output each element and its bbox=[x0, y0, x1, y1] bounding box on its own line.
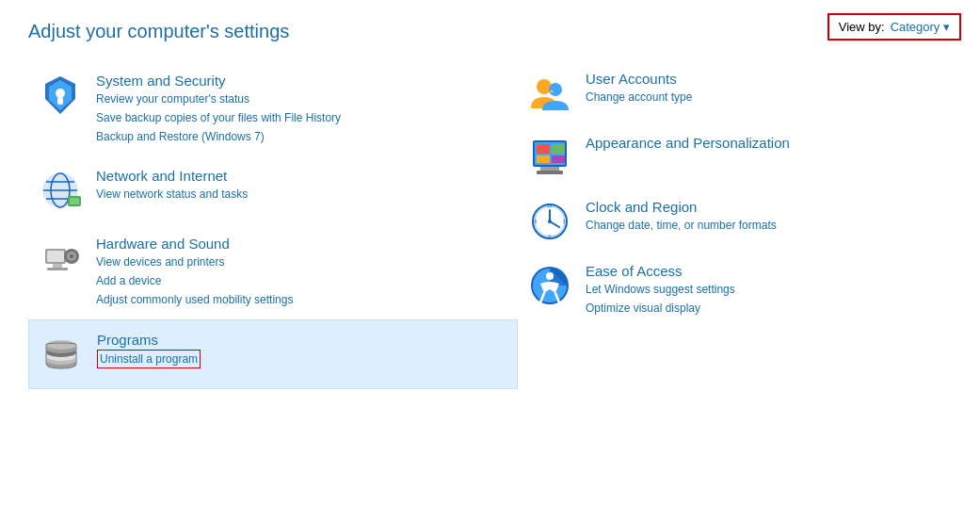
network-internet-title[interactable]: Network and Internet bbox=[96, 168, 248, 184]
network-internet-text-area: Network and InternetView network status … bbox=[96, 168, 248, 203]
svg-rect-10 bbox=[70, 198, 79, 204]
main-content: System and SecurityReview your computer'… bbox=[0, 52, 980, 399]
programs-text-area: ProgramsUninstall a program bbox=[97, 332, 201, 368]
ease-of-access-link-0[interactable]: Let Windows suggest settings bbox=[586, 281, 735, 298]
appearance-text-area: Appearance and Personalization bbox=[586, 135, 790, 151]
svg-point-23 bbox=[46, 340, 76, 350]
svg-text:6: 6 bbox=[549, 234, 552, 239]
appearance-title[interactable]: Appearance and Personalization bbox=[586, 135, 790, 151]
view-by-box: View by: Category ▾ bbox=[827, 13, 961, 41]
svg-rect-32 bbox=[552, 155, 565, 163]
hardware-sound-icon bbox=[38, 236, 83, 281]
hardware-sound-text-area: Hardware and SoundView devices and print… bbox=[96, 236, 293, 308]
svg-rect-34 bbox=[537, 171, 563, 174]
view-by-dropdown[interactable]: Category ▾ bbox=[891, 20, 950, 34]
svg-text:12: 12 bbox=[547, 203, 553, 208]
ease-of-access-text-area: Ease of AccessLet Windows suggest settin… bbox=[586, 263, 735, 317]
svg-rect-3 bbox=[57, 97, 63, 105]
view-by-label: View by: bbox=[839, 20, 885, 34]
clock-region-icon: 12 3 6 9 bbox=[527, 199, 572, 244]
svg-text:9: 9 bbox=[535, 219, 538, 224]
system-security-title[interactable]: System and Security bbox=[96, 73, 341, 89]
svg-point-15 bbox=[70, 254, 73, 258]
svg-rect-33 bbox=[540, 167, 559, 171]
category-item-ease-of-access[interactable]: Ease of AccessLet Windows suggest settin… bbox=[518, 253, 952, 326]
category-item-user-accounts[interactable]: User AccountsChange account type bbox=[518, 61, 952, 125]
network-internet-link-0[interactable]: View network status and tasks bbox=[96, 186, 248, 203]
clock-region-link-0[interactable]: Change date, time, or number formats bbox=[586, 217, 777, 234]
user-accounts-title[interactable]: User Accounts bbox=[586, 71, 692, 87]
hardware-sound-title[interactable]: Hardware and Sound bbox=[96, 236, 293, 252]
system-security-link-1[interactable]: Save backup copies of your files with Fi… bbox=[96, 109, 341, 126]
svg-rect-29 bbox=[537, 144, 550, 154]
ease-of-access-icon bbox=[527, 263, 572, 308]
hardware-sound-link-1[interactable]: Add a device bbox=[96, 272, 293, 289]
svg-rect-30 bbox=[552, 144, 565, 154]
ease-of-access-link-1[interactable]: Optimize visual display bbox=[586, 300, 735, 317]
system-security-link-0[interactable]: Review your computer's status bbox=[96, 90, 341, 107]
appearance-icon bbox=[527, 135, 572, 180]
category-item-system-security[interactable]: System and SecurityReview your computer'… bbox=[28, 61, 518, 156]
hardware-sound-link-2[interactable]: Adjust commonly used mobility settings bbox=[96, 291, 293, 308]
user-accounts-text-area: User AccountsChange account type bbox=[586, 71, 692, 106]
svg-point-46 bbox=[546, 272, 554, 280]
hardware-sound-link-0[interactable]: View devices and printers bbox=[96, 253, 293, 270]
svg-point-39 bbox=[548, 220, 552, 223]
svg-text:3: 3 bbox=[563, 219, 566, 224]
programs-icon bbox=[39, 332, 84, 377]
system-security-icon bbox=[38, 73, 83, 118]
ease-of-access-title[interactable]: Ease of Access bbox=[586, 263, 735, 279]
right-panel: User AccountsChange account type Appeara… bbox=[518, 61, 952, 389]
system-security-link-2[interactable]: Backup and Restore (Windows 7) bbox=[96, 128, 341, 145]
category-item-programs[interactable]: ProgramsUninstall a program bbox=[28, 319, 518, 389]
svg-rect-17 bbox=[47, 268, 68, 270]
programs-title[interactable]: Programs bbox=[97, 332, 201, 348]
svg-rect-16 bbox=[53, 264, 62, 268]
network-internet-icon bbox=[38, 168, 83, 213]
svg-rect-31 bbox=[537, 155, 550, 163]
left-panel: System and SecurityReview your computer'… bbox=[28, 61, 518, 389]
clock-region-title[interactable]: Clock and Region bbox=[586, 199, 777, 215]
category-item-network-internet[interactable]: Network and InternetView network status … bbox=[28, 156, 518, 224]
svg-point-25 bbox=[549, 83, 562, 96]
clock-region-text-area: Clock and RegionChange date, time, or nu… bbox=[586, 199, 777, 234]
programs-link-0[interactable]: Uninstall a program bbox=[97, 350, 201, 368]
user-accounts-link-0[interactable]: Change account type bbox=[586, 89, 692, 106]
category-item-hardware-sound[interactable]: Hardware and SoundView devices and print… bbox=[28, 224, 518, 319]
svg-point-2 bbox=[56, 89, 65, 98]
user-accounts-icon bbox=[527, 71, 572, 116]
system-security-text-area: System and SecurityReview your computer'… bbox=[96, 73, 341, 145]
category-item-clock-region[interactable]: 12 3 6 9 Clock and RegionChange date, ti… bbox=[518, 189, 952, 253]
svg-rect-12 bbox=[47, 251, 64, 262]
category-item-appearance[interactable]: Appearance and Personalization bbox=[518, 125, 952, 189]
